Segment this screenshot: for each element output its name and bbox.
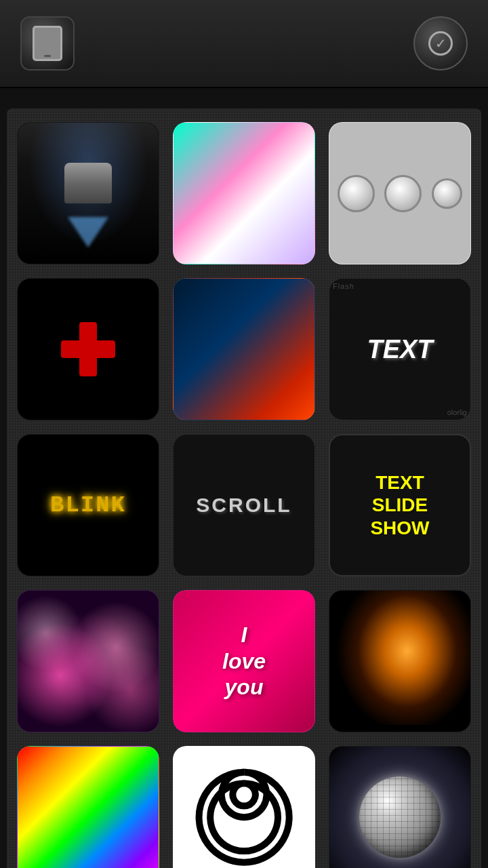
redcross-tile[interactable] [17, 278, 159, 420]
top-spacer [0, 88, 488, 108]
flashtext-inner: Flash TEXT olorlig [329, 279, 470, 420]
hearts-bg [18, 591, 159, 732]
tablet-icon [33, 26, 62, 61]
app-grid: Flash TEXT olorlig BLINK SCROLL TEXT SLI… [7, 108, 481, 868]
flashtext-tile[interactable]: Flash TEXT olorlig [329, 278, 471, 420]
textslideshow-tile[interactable]: TEXT SLIDE SHOW [329, 434, 471, 576]
check-icon: ✓ [428, 31, 453, 56]
top-bar: ✓ [0, 0, 488, 88]
iloveyou-tile[interactable]: I love you [173, 590, 315, 732]
tablet-button[interactable] [20, 16, 75, 71]
flashtext-watermark-bottom: olorlig [447, 408, 467, 416]
textslideshow-line2: SLIDE [372, 494, 428, 517]
candle-tile[interactable] [329, 590, 471, 732]
candle-inner [329, 591, 470, 725]
spotlight-lamp-2 [384, 175, 422, 212]
flashlight-tile[interactable] [17, 122, 159, 264]
spotlight-tile[interactable] [329, 122, 471, 264]
flashtext-watermark-top: Flash [333, 282, 354, 290]
scroll-text: SCROLL [196, 494, 291, 517]
spiral-tile[interactable] [173, 746, 315, 868]
red-cross-icon [61, 322, 115, 376]
colorlight-tile[interactable] [173, 122, 315, 264]
textslideshow-line1: TEXT [375, 471, 424, 494]
spotlight-lamp-3 [432, 178, 462, 209]
textslideshow-inner: TEXT SLIDE SHOW [370, 471, 429, 540]
iloveyou-line3: you [225, 675, 264, 699]
spotlight-lamp-1 [338, 175, 375, 212]
hearts-tile[interactable] [17, 590, 159, 732]
blink-tile[interactable]: BLINK [17, 434, 159, 576]
disco-ball [359, 776, 441, 858]
scroll-tile[interactable]: SCROLL [173, 434, 315, 576]
textslideshow-line3: SHOW [370, 517, 429, 540]
blink-text: BLINK [50, 492, 126, 518]
iloveyou-inner: I love you [174, 591, 314, 732]
disco-inner [329, 747, 470, 868]
rainbow-tile[interactable] [17, 746, 159, 868]
disco-tile[interactable] [329, 746, 471, 868]
iloveyou-text: I love you [222, 622, 266, 700]
torch-tile[interactable] [173, 278, 315, 420]
iloveyou-line1: I [241, 623, 247, 647]
spiral-svg [188, 761, 300, 868]
check-button[interactable]: ✓ [413, 16, 468, 71]
flashtext-main: TEXT [367, 335, 432, 364]
iloveyou-line2: love [222, 649, 266, 673]
flashlight-inner [18, 123, 159, 264]
